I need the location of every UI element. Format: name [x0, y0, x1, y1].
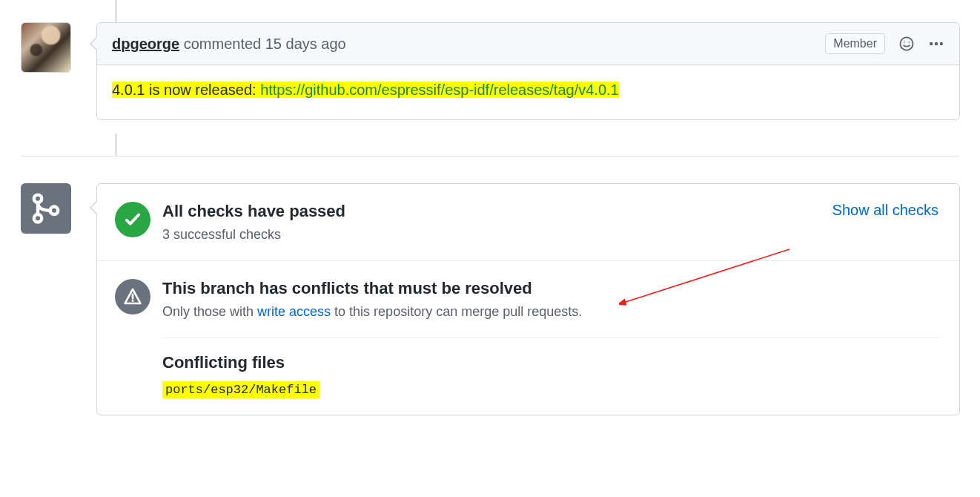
svg-point-7 — [34, 214, 42, 222]
conflict-file-path[interactable]: ports/esp32/Makefile — [162, 381, 320, 398]
inner-divider — [162, 338, 938, 338]
conflict-row: This branch has conflicts that must be r… — [97, 260, 959, 415]
conflict-file: ports/esp32/Makefile — [162, 383, 938, 397]
comment-text: 4.0.1 is now released: — [112, 82, 260, 98]
show-all-checks-link[interactable]: Show all checks — [832, 202, 938, 219]
checks-passed-title: All checks have passed — [162, 202, 938, 221]
checks-passed-row: All checks have passed 3 successful chec… — [97, 184, 959, 260]
check-success-icon — [115, 202, 150, 237]
svg-point-9 — [132, 300, 134, 302]
svg-point-5 — [940, 42, 943, 45]
comment-box: dpgeorge commented 15 days ago Member 4.… — [96, 22, 960, 120]
timeline-rail — [115, 0, 117, 22]
merge-status-icon — [21, 183, 71, 234]
checks-passed-sub: 3 successful checks — [162, 227, 938, 243]
svg-point-1 — [904, 42, 905, 43]
conflict-sub: Only those with write access to this rep… — [162, 304, 938, 320]
conflict-files-heading: Conflicting files — [162, 353, 938, 372]
kebab-menu-icon[interactable] — [928, 36, 944, 52]
emoji-reaction-icon[interactable] — [898, 36, 915, 52]
member-badge: Member — [825, 33, 885, 54]
svg-point-4 — [935, 42, 938, 45]
svg-point-6 — [34, 195, 42, 203]
conflict-sub-post: to this repository can merge pull reques… — [331, 304, 582, 319]
warning-icon — [115, 279, 150, 315]
avatar[interactable] — [21, 22, 71, 73]
release-link[interactable]: https://github.com/espressif/esp-idf/rel… — [260, 82, 619, 98]
conflict-sub-pre: Only those with — [162, 304, 257, 319]
comment-meta: dpgeorge commented 15 days ago — [112, 36, 346, 53]
svg-point-8 — [50, 207, 58, 214]
timeline-rail — [115, 134, 117, 156]
svg-point-2 — [908, 42, 910, 43]
author-link[interactable]: dpgeorge — [112, 36, 179, 52]
timeline-divider — [21, 156, 959, 157]
svg-point-3 — [930, 42, 933, 45]
svg-point-0 — [900, 37, 913, 50]
comment-time: commented 15 days ago — [184, 36, 346, 52]
write-access-link[interactable]: write access — [257, 304, 331, 319]
checks-panel: All checks have passed 3 successful chec… — [96, 183, 960, 415]
comment-header: dpgeorge commented 15 days ago Member — [97, 23, 959, 65]
conflict-title: This branch has conflicts that must be r… — [162, 279, 938, 298]
comment-body: 4.0.1 is now released: https://github.co… — [97, 65, 959, 119]
